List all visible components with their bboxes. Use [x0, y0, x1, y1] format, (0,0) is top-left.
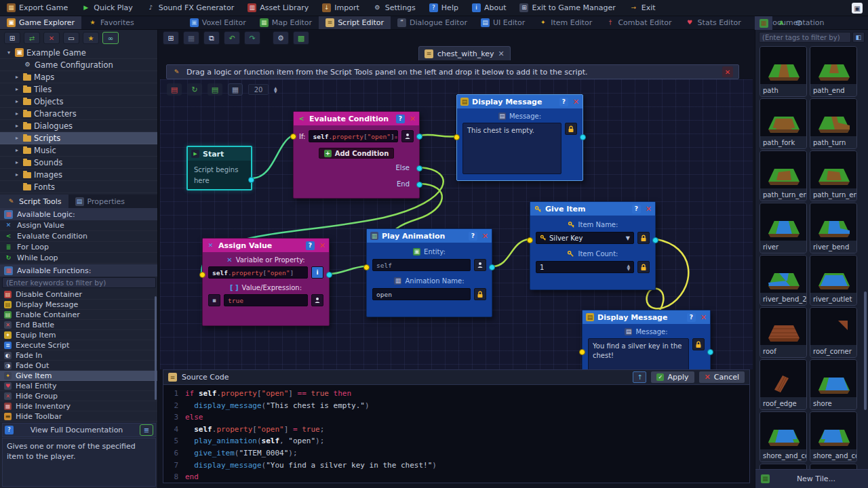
nav-tab-game-explorer[interactable]: ▣Game Explorer	[0, 16, 81, 29]
input-port[interactable]	[579, 349, 585, 355]
explorer-sync-button[interactable]: ⇄	[24, 32, 40, 44]
function-item-end-battle[interactable]: ✕End Battle	[0, 320, 157, 330]
tile-grid-scrollbar[interactable]	[864, 291, 867, 410]
tile-card-path_end[interactable]: path_end	[810, 46, 857, 97]
tile-card-partial[interactable]	[760, 464, 807, 469]
reset-view-button[interactable]: ↻	[187, 83, 202, 96]
settings-button[interactable]: ⚙	[273, 31, 289, 45]
explorer-new-resource-button[interactable]: ⊞	[4, 32, 20, 44]
function-item-hide-group[interactable]: ✕Hide Group	[0, 391, 157, 401]
explorer-delete-button[interactable]: ✕	[43, 32, 60, 44]
tile-filter-input[interactable]: (Enter tags to filter by)	[759, 32, 851, 43]
tree-item-example-game[interactable]: ▾▣Example Game	[0, 47, 157, 59]
editor-tab-voxel-editor[interactable]: ▣Voxel Editor	[183, 16, 253, 29]
grid-toggle-button[interactable]: ▦	[228, 83, 243, 96]
output-port-end[interactable]	[416, 182, 422, 188]
chevron-icon[interactable]: ▸	[14, 135, 20, 141]
node-close-button[interactable]: ✕	[319, 241, 326, 250]
tile-card-path_turn[interactable]: path_turn	[810, 98, 857, 149]
duplicate-button[interactable]: ⧉	[203, 31, 220, 45]
tree-item-images[interactable]: ▸Images	[0, 169, 157, 181]
script-graph-canvas[interactable]: ▤ ↻ ▤ ▦ 20 ▲▼ ▶ Start Script begins here…	[160, 79, 753, 369]
editor-tab-item-editor[interactable]: ✦Item Editor	[532, 16, 599, 29]
view-full-documentation-link[interactable]: View Full Documentation	[14, 426, 140, 434]
input-port[interactable]	[363, 264, 370, 270]
item-count-stepper[interactable]: 1 ▲▼	[536, 261, 634, 273]
item-name-dropdown[interactable]: Silver Key ▼	[536, 232, 634, 244]
output-port[interactable]	[652, 237, 658, 243]
menu-item-sound-fx-generator[interactable]: ♪Sound FX Generator	[146, 3, 234, 12]
tile-card-river[interactable]: river	[760, 203, 807, 253]
function-item-display-message[interactable]: ▤Display Message	[0, 300, 157, 310]
chevron-icon[interactable]: ▸	[14, 171, 20, 178]
menu-item-about[interactable]: iAbout	[472, 3, 507, 12]
tile-card-roof[interactable]: roof	[760, 307, 807, 358]
node-evaluate-condition[interactable]: < Evaluate Condition ? ✕ If: self.proper…	[293, 111, 420, 199]
tile-card-shore_and_co[interactable]: shore_and_co	[760, 411, 807, 462]
function-list-scrollbar[interactable]	[155, 296, 157, 400]
function-item-enable-container[interactable]: ▤Enable Container	[0, 310, 157, 320]
grid-size-stepper[interactable]: ▲▼	[274, 86, 277, 93]
chevron-icon[interactable]: ▸	[14, 86, 20, 92]
close-script-tab-icon[interactable]: ✕	[498, 49, 504, 58]
tile-card-river_bend[interactable]: river_bend	[810, 203, 857, 253]
editor-tab-script-editor[interactable]: ≡Script Editor	[319, 16, 391, 29]
function-item-disable-container[interactable]: ▤Disable Container	[0, 289, 157, 300]
condition-expression-field[interactable]: self.property["open"] == t	[309, 130, 398, 142]
menu-item-exit[interactable]: →Exit	[629, 3, 656, 12]
node-close-button[interactable]: ✕	[646, 205, 652, 214]
logic-item-evaluate-condition[interactable]: <Evaluate Condition	[0, 231, 157, 242]
editor-tab-stats-editor[interactable]: ♥Stats Editor	[679, 16, 748, 29]
tile-filter-button[interactable]: ◧	[852, 32, 865, 43]
editor-tab-dialogue-editor[interactable]: “Dialogue Editor	[391, 16, 474, 29]
menu-item-import[interactable]: ↓Import	[322, 3, 359, 12]
tile-card-path_turn_en[interactable]: path_turn_en	[810, 150, 857, 201]
tile-card-path_turn_en[interactable]: path_turn_en	[760, 150, 807, 201]
node-help-button[interactable]: ?	[632, 205, 641, 214]
animation-name-field[interactable]: open	[372, 288, 471, 300]
menu-item-help[interactable]: ?Help	[429, 3, 458, 12]
explorer-favorite-button[interactable]: ★	[83, 32, 99, 44]
menu-item-quick-play[interactable]: ▶Quick Play	[81, 3, 133, 12]
chevron-icon[interactable]: ▸	[14, 110, 20, 117]
menu-item-settings[interactable]: ⚙Settings	[373, 3, 416, 12]
output-port[interactable]	[248, 177, 254, 183]
message-textarea[interactable]: You find a silver key in the chest!	[588, 338, 689, 369]
function-item-fade-in[interactable]: ◐Fade In	[0, 350, 157, 361]
tree-item-characters[interactable]: ▸Characters	[0, 108, 157, 120]
menu-item-exit-to-game-manager[interactable]: ⊞Exit to Game Manager	[519, 3, 615, 12]
node-close-button[interactable]: ✕	[573, 98, 579, 106]
editor-tab-ui-editor[interactable]: ▤UI Editor	[474, 16, 532, 29]
undo-button[interactable]: ↶	[224, 31, 240, 45]
node-help-button[interactable]: ?	[396, 115, 405, 123]
tile-card-path[interactable]: path	[760, 46, 807, 97]
expression-builder-button[interactable]	[401, 130, 414, 142]
output-port[interactable]	[707, 349, 713, 355]
logic-item-while-loop[interactable]: ↻While Loop	[0, 253, 157, 264]
node-play-animation[interactable]: ▥ Play Animation ? ✕ ▣ Entity: self ▥ An…	[366, 228, 492, 317]
tile-card-roof_edge[interactable]: roof_edge	[760, 359, 807, 410]
node-close-button[interactable]: ✕	[482, 232, 488, 241]
new-script-button[interactable]: ⊞	[163, 31, 179, 45]
input-port[interactable]	[199, 272, 205, 278]
tile-card-shore[interactable]: shore	[810, 359, 857, 410]
tree-item-fonts[interactable]: Fonts	[0, 181, 157, 193]
chevron-icon[interactable]: ▸	[14, 147, 20, 153]
open-docs-button[interactable]: ≣	[140, 424, 153, 436]
tab-properties[interactable]: ▤ Properties	[68, 195, 132, 208]
input-port[interactable]	[454, 134, 460, 140]
tree-item-tiles[interactable]: ▸Tiles	[0, 83, 157, 96]
function-item-give-item[interactable]: ✦Give Item	[0, 371, 157, 381]
tile-card-path_fork[interactable]: path_fork	[760, 98, 807, 149]
function-item-equip-item[interactable]: ✦Equip Item	[0, 330, 157, 340]
menu-item-asset-library[interactable]: ▥Asset Library	[248, 3, 309, 12]
assets-tab-tiles-tab-icon[interactable]: ▦	[755, 16, 772, 30]
chevron-icon[interactable]: ▸	[14, 123, 20, 129]
save-button[interactable]: ▦	[183, 31, 199, 45]
value-field[interactable]: true	[224, 294, 308, 306]
function-item-hide-toolbar[interactable]: ▬Hide Toolbar	[0, 411, 157, 422]
tile-card-river_bend_2[interactable]: river_bend_2	[760, 255, 807, 306]
output-port[interactable]	[580, 134, 586, 140]
tree-item-game-configuration[interactable]: ⚙Game Configuration	[0, 59, 157, 71]
output-port[interactable]	[326, 272, 332, 278]
